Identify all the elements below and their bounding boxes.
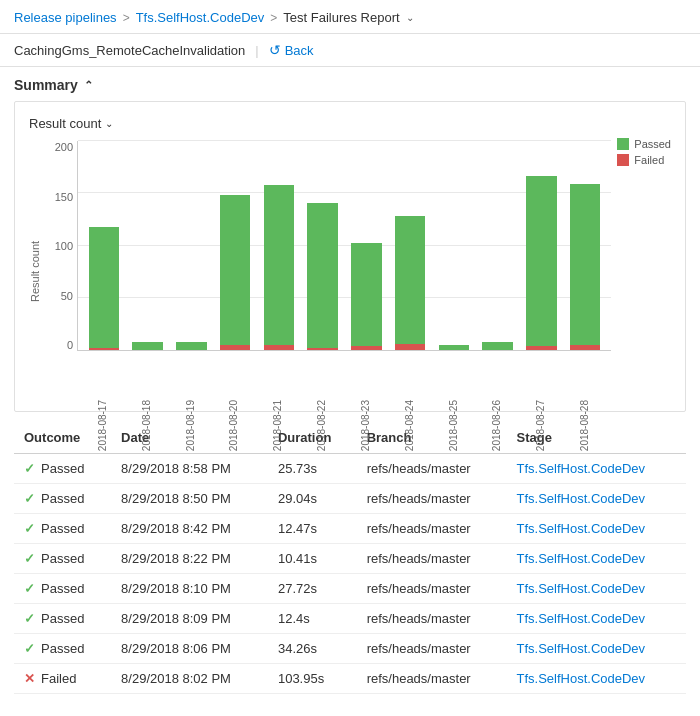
- breadcrumb-sep1: >: [123, 11, 130, 25]
- cell-stage[interactable]: Tfs.SelfHost.CodeDev: [506, 484, 686, 514]
- bar-passed-2018-08-24: [395, 216, 426, 344]
- stage-link[interactable]: Tfs.SelfHost.CodeDev: [516, 671, 645, 686]
- bar-group-2018-08-25[interactable]: [432, 345, 476, 350]
- bar-passed-2018-08-17: [89, 227, 120, 348]
- cell-branch: refs/heads/master: [357, 574, 507, 604]
- x-label-2018-08-20: 2018-08-20: [212, 400, 256, 451]
- stage-link[interactable]: Tfs.SelfHost.CodeDev: [516, 491, 645, 506]
- cell-branch: refs/heads/master: [357, 454, 507, 484]
- cell-stage[interactable]: Tfs.SelfHost.CodeDev: [506, 454, 686, 484]
- summary-label: Summary: [14, 77, 78, 93]
- x-label-2018-08-23: 2018-08-23: [344, 400, 388, 451]
- bar-failed-2018-08-20: [220, 345, 251, 350]
- check-icon: ✓: [24, 611, 35, 626]
- cell-duration: 12.4s: [268, 604, 357, 634]
- cell-date: 8/29/2018 8:42 PM: [111, 514, 268, 544]
- bar-group-2018-08-28[interactable]: [563, 184, 607, 350]
- cell-duration: 10.41s: [268, 544, 357, 574]
- x-label-2018-08-17: 2018-08-17: [81, 400, 125, 451]
- x-labels: 2018-08-172018-08-182018-08-192018-08-20…: [77, 400, 611, 451]
- breadcrumb-current: Test Failures Report: [283, 10, 399, 25]
- bar-group-2018-08-19[interactable]: [170, 342, 214, 350]
- breadcrumb-codedev[interactable]: Tfs.SelfHost.CodeDev: [136, 10, 265, 25]
- cell-stage[interactable]: Tfs.SelfHost.CodeDev: [506, 604, 686, 634]
- summary-title[interactable]: Summary ⌃: [14, 77, 686, 93]
- table-row[interactable]: ✓Passed8/29/2018 8:09 PM12.4srefs/heads/…: [14, 604, 686, 634]
- outcome-label: Passed: [41, 461, 84, 476]
- bar-failed-2018-08-21: [264, 345, 295, 350]
- chart-inner: 0 50 100 150 200 2018-08-172018-08-1820: [47, 141, 671, 401]
- check-icon: ✓: [24, 491, 35, 506]
- cell-stage[interactable]: Tfs.SelfHost.CodeDev: [506, 664, 686, 694]
- bar-group-2018-08-21[interactable]: [257, 185, 301, 350]
- bar-group-2018-08-17[interactable]: [82, 227, 126, 350]
- bar-group-2018-08-23[interactable]: [345, 243, 389, 350]
- chevron-down-icon[interactable]: ⌄: [406, 12, 414, 23]
- bar-group-2018-08-26[interactable]: [476, 342, 520, 350]
- cell-duration: 34.26s: [268, 634, 357, 664]
- table-row[interactable]: ✓Passed8/29/2018 8:42 PM12.47srefs/heads…: [14, 514, 686, 544]
- cell-date: 8/29/2018 8:50 PM: [111, 484, 268, 514]
- y-axis: 0 50 100 150 200: [47, 141, 77, 351]
- stage-link[interactable]: Tfs.SelfHost.CodeDev: [516, 461, 645, 476]
- stage-link[interactable]: Tfs.SelfHost.CodeDev: [516, 641, 645, 656]
- bar-group-2018-08-24[interactable]: [388, 216, 432, 350]
- bar-passed-2018-08-18: [132, 342, 163, 350]
- chart-area: Result count 0 50 100 150 200: [29, 141, 671, 401]
- breadcrumb-pipelines[interactable]: Release pipelines: [14, 10, 117, 25]
- bar-passed-2018-08-27: [526, 176, 557, 346]
- table-row[interactable]: ✕Failed8/29/2018 8:02 PM103.95srefs/head…: [14, 664, 686, 694]
- outcome-label: Passed: [41, 551, 84, 566]
- bar-passed-2018-08-28: [570, 184, 601, 345]
- table-row[interactable]: ✓Passed8/29/2018 8:06 PM34.26srefs/heads…: [14, 634, 686, 664]
- cell-outcome: ✓Passed: [14, 484, 111, 514]
- cell-duration: 25.73s: [268, 454, 357, 484]
- outcome-label: Passed: [41, 581, 84, 596]
- breadcrumb-sep2: >: [270, 11, 277, 25]
- bar-group-2018-08-22[interactable]: [301, 203, 345, 350]
- outcome-label: Passed: [41, 611, 84, 626]
- x-label-2018-08-21: 2018-08-21: [256, 400, 300, 451]
- x-label-2018-08-19: 2018-08-19: [169, 400, 213, 451]
- stage-link[interactable]: Tfs.SelfHost.CodeDev: [516, 521, 645, 536]
- collapse-icon: ⌃: [84, 79, 93, 92]
- stage-link[interactable]: Tfs.SelfHost.CodeDev: [516, 611, 645, 626]
- bar-group-2018-08-20[interactable]: [213, 195, 257, 350]
- x-label-2018-08-26: 2018-08-26: [475, 400, 519, 451]
- check-icon: ✓: [24, 641, 35, 656]
- results-table: Outcome Date Duration Branch Stage ✓Pass…: [14, 422, 686, 694]
- x-label-2018-08-25: 2018-08-25: [432, 400, 476, 451]
- back-icon: ↺: [269, 42, 281, 58]
- pipeline-name: CachingGms_RemoteCacheInvalidation: [14, 43, 245, 58]
- bar-group-2018-08-27[interactable]: [520, 176, 564, 350]
- chart-title[interactable]: Result count ⌄: [29, 116, 671, 131]
- stage-link[interactable]: Tfs.SelfHost.CodeDev: [516, 581, 645, 596]
- breadcrumb: Release pipelines > Tfs.SelfHost.CodeDev…: [14, 10, 686, 25]
- check-icon: ✓: [24, 581, 35, 596]
- cell-date: 8/29/2018 8:10 PM: [111, 574, 268, 604]
- cell-date: 8/29/2018 8:02 PM: [111, 664, 268, 694]
- cell-date: 8/29/2018 8:22 PM: [111, 544, 268, 574]
- cell-branch: refs/heads/master: [357, 634, 507, 664]
- outcome-label: Passed: [41, 491, 84, 506]
- table-row[interactable]: ✓Passed8/29/2018 8:22 PM10.41srefs/heads…: [14, 544, 686, 574]
- cell-stage[interactable]: Tfs.SelfHost.CodeDev: [506, 634, 686, 664]
- bar-passed-2018-08-21: [264, 185, 295, 345]
- table-row[interactable]: ✓Passed8/29/2018 8:10 PM27.72srefs/heads…: [14, 574, 686, 604]
- header: Release pipelines > Tfs.SelfHost.CodeDev…: [0, 0, 700, 34]
- table-row[interactable]: ✓Passed8/29/2018 8:50 PM29.04srefs/heads…: [14, 484, 686, 514]
- back-button[interactable]: ↺ Back: [269, 42, 314, 58]
- cell-stage[interactable]: Tfs.SelfHost.CodeDev: [506, 544, 686, 574]
- bar-failed-2018-08-24: [395, 344, 426, 350]
- stage-link[interactable]: Tfs.SelfHost.CodeDev: [516, 551, 645, 566]
- subheader: CachingGms_RemoteCacheInvalidation | ↺ B…: [0, 34, 700, 67]
- table-row[interactable]: ✓Passed8/29/2018 8:58 PM25.73srefs/heads…: [14, 454, 686, 484]
- cell-stage[interactable]: Tfs.SelfHost.CodeDev: [506, 514, 686, 544]
- cell-date: 8/29/2018 8:58 PM: [111, 454, 268, 484]
- y-tick-100: 100: [47, 240, 77, 252]
- cell-date: 8/29/2018 8:06 PM: [111, 634, 268, 664]
- cell-branch: refs/heads/master: [357, 664, 507, 694]
- bar-group-2018-08-18[interactable]: [126, 342, 170, 350]
- bars-row: [78, 141, 611, 350]
- cell-stage[interactable]: Tfs.SelfHost.CodeDev: [506, 574, 686, 604]
